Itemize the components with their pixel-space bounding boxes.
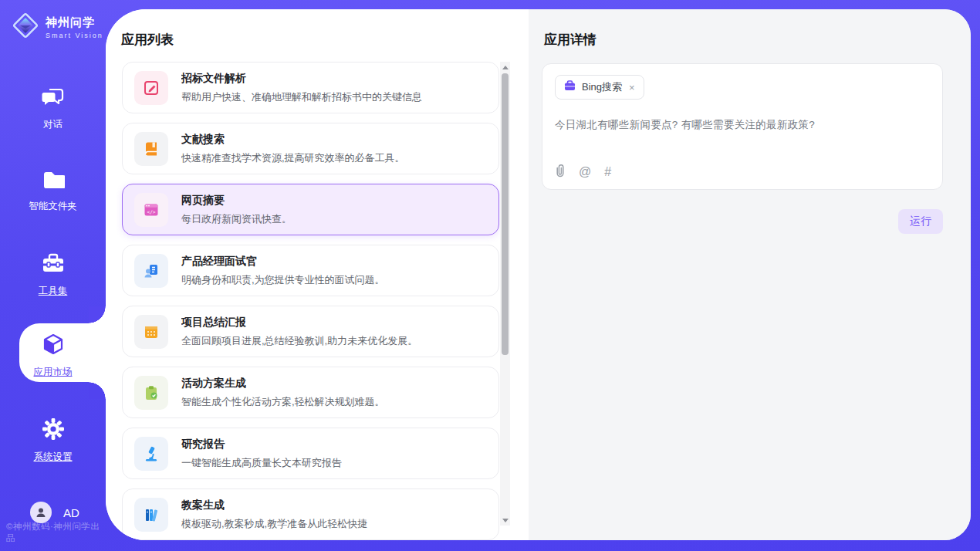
app-name: 教案生成 [181, 499, 367, 512]
app-desc: 全面回顾项目进展,总结经验教训,助力未来优化发展。 [181, 334, 417, 348]
app-name: 活动方案生成 [181, 377, 385, 390]
list-scrollbar[interactable] [500, 62, 510, 526]
app-name: 研究报告 [181, 438, 342, 451]
sidebar-item-smart-folder[interactable]: 智能文件夹 [0, 170, 106, 213]
cube-icon [0, 333, 106, 359]
prompt-card: Bing搜索 × 今日湖北有哪些新闻要点? 有哪些需要关注的最新政策? @ # [542, 63, 943, 190]
brand-name: 神州问学 [46, 15, 103, 30]
microscope-icon [134, 437, 168, 471]
app-desc: 每日政府新闻资讯快查。 [181, 212, 292, 226]
app-name: 产品经理面试官 [181, 255, 385, 269]
list-item-selected[interactable]: </> 网页摘要 每日政府新闻资讯快查。 [122, 184, 499, 235]
sidebar-item-label: 系统设置 [34, 451, 73, 462]
app-name: 项目总结汇报 [181, 316, 417, 330]
chat-icon [0, 86, 106, 111]
svg-text:</>: </> [147, 208, 155, 214]
run-row: 运行 [542, 209, 943, 234]
main-content: 应用列表 招标文件解析 帮助用户快速、准确地理解和解析招标书中的关键信息 [106, 9, 971, 540]
folder-icon [0, 170, 106, 193]
list-item[interactable]: 招标文件解析 帮助用户快速、准确地理解和解析招标书中的关键信息 [122, 62, 499, 113]
app-detail-title: 应用详情 [544, 31, 596, 49]
scroll-down-button[interactable] [500, 515, 510, 526]
close-icon[interactable]: × [628, 82, 636, 93]
scroll-up-button[interactable] [500, 62, 510, 73]
list-item[interactable]: 活动方案生成 智能生成个性化活动方案,轻松解决规划难题。 [122, 367, 499, 418]
user-icon [35, 506, 47, 519]
tool-chip-label: Bing搜索 [582, 80, 622, 94]
scrollbar-thumb[interactable] [502, 73, 509, 355]
sidebar-item-toolset[interactable]: 工具集 [0, 253, 106, 298]
list-item[interactable]: 教案生成 模板驱动,教案秒成,教学准备从此轻松快捷 [122, 488, 499, 540]
hash-icon[interactable]: # [604, 166, 611, 178]
run-button[interactable]: 运行 [898, 209, 943, 234]
app-detail-panel: 应用详情 Bing搜索 × 今日湖北有哪些新闻要点? 有哪些需要关注的最新政策? [529, 9, 971, 540]
list-item[interactable]: 产品经理面试官 明确身份和职责,为您提供专业性的面试问题。 [122, 245, 499, 296]
diamond-logo-icon [11, 11, 40, 43]
app-desc: 明确身份和职责,为您提供专业性的面试问题。 [181, 273, 385, 287]
mention-at-icon[interactable]: @ [579, 166, 591, 178]
user-initials: AD [63, 506, 79, 519]
list-item[interactable]: 文献搜索 快速精准查找学术资源,提高研究效率的必备工具。 [122, 123, 499, 174]
app-desc: 模板驱动,教案秒成,教学准备从此轻松快捷 [181, 517, 367, 531]
query-text[interactable]: 今日湖北有哪些新闻要点? 有哪些需要关注的最新政策? [555, 118, 930, 132]
gear-icon [0, 417, 106, 444]
sidebar-item-label: 应用市场 [34, 367, 73, 377]
app-name: 网页摘要 [181, 194, 292, 208]
attachment-toolbar: @ # [555, 164, 611, 180]
sidebar-item-label: 智能文件夹 [29, 201, 77, 211]
app-desc: 帮助用户快速、准确地理解和解析招标书中的关键信息 [181, 90, 422, 104]
brand-subtitle: Smart Vision [46, 32, 103, 39]
list-item[interactable]: 项目总结汇报 全面回顾项目进展,总结经验教训,助力未来优化发展。 [122, 306, 499, 357]
sidebar: 神州问学 Smart Vision 对话 智能文件夹 [0, 0, 106, 551]
sidebar-item-chat[interactable]: 对话 [0, 86, 106, 131]
sidebar-item-settings[interactable]: 系统设置 [0, 417, 106, 464]
paperclip-icon[interactable] [555, 164, 566, 180]
sidebar-item-label: 对话 [43, 119, 63, 130]
brand-logo: 神州问学 Smart Vision [11, 11, 103, 43]
app-desc: 智能生成个性化活动方案,轻松解决规划难题。 [181, 395, 385, 409]
toolbox-icon [0, 253, 106, 278]
book-icon [134, 132, 168, 166]
interviewer-icon [134, 254, 168, 288]
pen-square-icon [134, 71, 168, 105]
briefcase-icon [564, 80, 576, 94]
user-account[interactable]: AD [30, 502, 79, 523]
sidebar-item-app-market[interactable]: 应用市场 [0, 333, 106, 379]
tool-chip-bing-search[interactable]: Bing搜索 × [555, 75, 644, 100]
app-name: 文献搜索 [181, 133, 405, 147]
triangle-down-icon [502, 519, 509, 522]
sidebar-item-label: 工具集 [39, 286, 68, 296]
avatar [30, 502, 52, 523]
app-list-title: 应用列表 [121, 31, 174, 49]
browser-code-icon: </> [134, 193, 168, 227]
calendar-note-icon [134, 315, 168, 349]
list-item[interactable]: 研究报告 一键智能生成高质量长文本研究报告 [122, 428, 499, 479]
clipboard-check-icon [134, 376, 168, 410]
app-list-panel: 应用列表 招标文件解析 帮助用户快速、准确地理解和解析招标书中的关键信息 [106, 9, 529, 540]
triangle-up-icon [502, 66, 509, 69]
copyright-footer: ©神州数码·神州问学出品 [6, 521, 106, 544]
books-icon [134, 498, 168, 532]
app-desc: 一键智能生成高质量长文本研究报告 [181, 456, 342, 470]
app-name: 招标文件解析 [181, 72, 422, 86]
app-list: 招标文件解析 帮助用户快速、准确地理解和解析招标书中的关键信息 文献搜索 快速精… [122, 62, 499, 540]
app-desc: 快速精准查找学术资源,提高研究效率的必备工具。 [181, 151, 405, 165]
